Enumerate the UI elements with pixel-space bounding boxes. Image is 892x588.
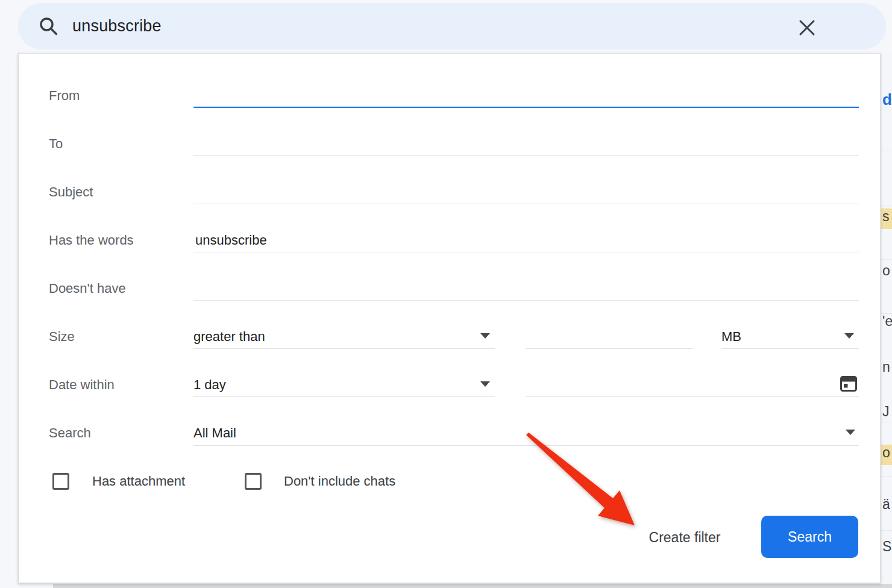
window-bottom-edge — [53, 584, 892, 588]
divider — [881, 476, 892, 477]
search-icon[interactable] — [39, 16, 59, 37]
from-underline-focused — [193, 107, 859, 108]
chevron-down-icon — [480, 381, 490, 387]
date-range-value: 1 day — [193, 377, 226, 393]
chevron-down-icon — [846, 430, 855, 435]
highlighted-text-fragment: s — [881, 208, 892, 229]
divider — [881, 422, 892, 422]
has-attachment-label[interactable]: Has attachment — [92, 474, 185, 489]
search-scope-select[interactable]: All Mail — [193, 415, 859, 449]
advanced-search-panel: From To Subject Has the words unsubscrib… — [18, 53, 881, 583]
has-words-underline — [193, 252, 859, 252]
to-input[interactable] — [193, 126, 859, 160]
date-range-underline — [193, 396, 495, 397]
calendar-icon[interactable] — [839, 374, 858, 393]
search-scope-label: Search — [49, 425, 91, 441]
clipped-text-fragment: J — [882, 404, 890, 420]
search-scope-value: All Mail — [193, 425, 236, 441]
background-email-list-strip: d s o 'e n J o ä S — [881, 53, 892, 584]
create-filter-button[interactable]: Create filter — [630, 527, 739, 548]
search-input[interactable]: unsubscribe — [72, 17, 886, 36]
size-comparator-underline — [193, 348, 495, 349]
date-range-select[interactable]: 1 day — [193, 367, 495, 401]
doesnt-have-label: Doesn't have — [49, 281, 126, 296]
subject-label: Subject — [49, 184, 93, 200]
clipped-text-fragment: n — [882, 359, 890, 375]
dont-include-chats-checkbox[interactable] — [245, 473, 262, 490]
size-comparator-value: greater than — [193, 329, 265, 345]
divider — [881, 530, 892, 531]
size-unit-select[interactable]: MB — [721, 319, 859, 352]
size-amount-underline — [526, 348, 693, 349]
size-unit-underline — [721, 348, 859, 349]
has-words-input[interactable]: unsubscribe — [193, 222, 859, 256]
search-scope-underline — [193, 445, 859, 446]
to-label: To — [49, 136, 63, 152]
from-label: From — [49, 88, 80, 104]
date-input[interactable] — [526, 367, 859, 401]
dont-include-chats-label[interactable]: Don't include chats — [284, 474, 395, 489]
clipped-text-fragment: o — [882, 263, 890, 279]
doesnt-have-underline — [193, 300, 859, 301]
size-label: Size — [49, 329, 75, 345]
clipped-text-fragment: ä — [882, 496, 890, 513]
chevron-down-icon — [844, 333, 854, 339]
date-within-label: Date within — [49, 377, 115, 393]
close-icon[interactable] — [798, 19, 816, 37]
has-attachment-checkbox[interactable] — [52, 473, 69, 490]
clipped-link-text: d — [882, 90, 892, 109]
mail-search-bar[interactable]: unsubscribe — [18, 3, 886, 49]
has-words-label: Has the words — [49, 233, 134, 248]
divider — [881, 259, 892, 260]
search-button[interactable]: Search — [761, 516, 858, 558]
doesnt-have-input[interactable] — [193, 271, 859, 304]
clipped-text-fragment: 'e — [882, 313, 892, 330]
size-unit-value: MB — [721, 329, 741, 345]
divider — [881, 151, 892, 151]
to-underline — [193, 155, 859, 156]
highlighted-text-fragment: o — [881, 445, 892, 465]
subject-input[interactable] — [193, 174, 859, 208]
divider — [881, 205, 892, 205]
chevron-down-icon — [480, 333, 490, 339]
has-words-value: unsubscribe — [195, 233, 267, 248]
size-comparator-select[interactable]: greater than — [193, 319, 495, 352]
clipped-text-fragment: S — [882, 539, 891, 555]
subject-underline — [193, 204, 859, 204]
date-underline — [526, 396, 859, 397]
size-amount-input[interactable] — [526, 319, 693, 352]
